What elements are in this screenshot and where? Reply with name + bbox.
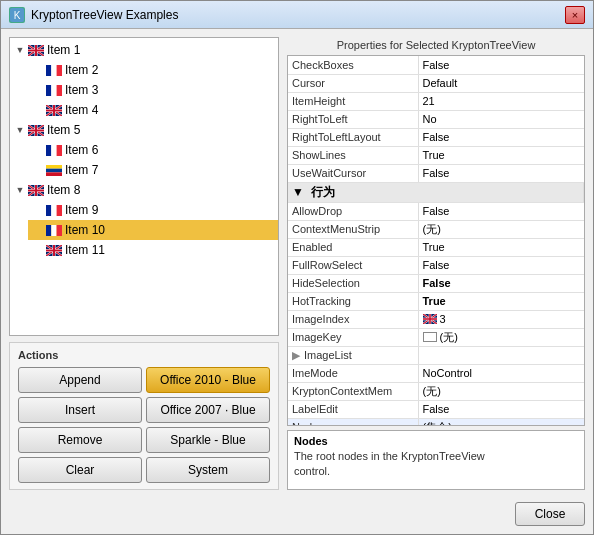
svg-rect-17 (57, 85, 62, 96)
prop-val-nodes: (集合) (418, 418, 584, 426)
prop-name-imemode: ImeMode (288, 364, 418, 382)
prop-row-enabled[interactable]: Enabled True (288, 238, 584, 256)
tree-item-item3[interactable]: Item 3 (28, 80, 278, 100)
svg-rect-14 (57, 65, 62, 76)
prop-name-labeledit: LabelEdit (288, 400, 418, 418)
tree-item-label-item11: Item 11 (65, 243, 105, 257)
svg-rect-55 (51, 225, 56, 236)
tree-item-item8[interactable]: ▼ Item 8 (10, 180, 278, 200)
prop-row-showlines[interactable]: ShowLines True (288, 146, 584, 164)
tree-item-label-item1: Item 1 (47, 43, 80, 57)
prop-name-righttoleftlayout: RightToLeftLayout (288, 128, 418, 146)
svg-rect-53 (57, 205, 62, 216)
prop-row-contextmenustrip[interactable]: ContextMenuStrip (无) (288, 220, 584, 238)
tree-item-label-item5: Item 5 (47, 123, 80, 137)
prop-name-contextmenustrip: ContextMenuStrip (288, 220, 418, 238)
prop-val-showlines: True (418, 146, 584, 164)
expander-item9 (30, 202, 46, 218)
prop-section-xingwei[interactable]: ▼ 行为 (288, 182, 584, 202)
prop-row-cursor[interactable]: Cursor Default (288, 74, 584, 92)
section-collapse-icon: ▼ (292, 185, 304, 199)
svg-rect-15 (46, 85, 51, 96)
tree-view[interactable]: ▼ Item 1 Item 2 (9, 37, 279, 336)
tree-item-item7[interactable]: Item 7 (28, 160, 278, 180)
svg-rect-54 (46, 225, 51, 236)
actions-grid: Append Office 2010 - Blue Insert Office … (18, 367, 270, 483)
append-button[interactable]: Append (18, 367, 142, 393)
prop-val-righttoleft: No (418, 110, 584, 128)
remove-button[interactable]: Remove (18, 427, 142, 453)
prop-val-allowdrop: False (418, 202, 584, 220)
prop-row-hottracking[interactable]: HotTracking True (288, 292, 584, 310)
prop-row-nodes[interactable]: Nodes (集合) (288, 418, 584, 426)
prop-val-righttoleftlayout: False (418, 128, 584, 146)
svg-rect-74 (423, 318, 437, 320)
prop-row-imagelist[interactable]: ▶ImageList (288, 346, 584, 364)
sparkleblue-button[interactable]: Sparkle - Blue (146, 427, 270, 453)
tree-item-item2[interactable]: Item 2 (28, 60, 278, 80)
prop-val-enabled: True (418, 238, 584, 256)
prop-row-itemheight[interactable]: ItemHeight 21 (288, 92, 584, 110)
properties-table-container[interactable]: CheckBoxes False Cursor Default ItemHeig… (287, 55, 585, 426)
prop-val-imagekey: (无) (418, 328, 584, 346)
clear-button[interactable]: Clear (18, 457, 142, 483)
prop-val-fullrowselect: False (418, 256, 584, 274)
expander-item1[interactable]: ▼ (12, 42, 28, 58)
tree-item-item4[interactable]: Item 4 (28, 100, 278, 120)
tree-item-label-item7: Item 7 (65, 163, 98, 177)
prop-name-itemheight: ItemHeight (288, 92, 418, 110)
prop-row-hideselection[interactable]: HideSelection False (288, 274, 584, 292)
prop-val-checkboxes: False (418, 56, 584, 74)
prop-name-fullrowselect: FullRowSelect (288, 256, 418, 274)
section-label-xingwei: 行为 (311, 185, 335, 199)
prop-val-hottracking: True (418, 292, 584, 310)
window-close-button[interactable]: × (565, 6, 585, 24)
prop-row-righttoleft[interactable]: RightToLeft No (288, 110, 584, 128)
tree-item-label-item6: Item 6 (65, 143, 98, 157)
prop-name-checkboxes: CheckBoxes (288, 56, 418, 74)
tree-item-item11[interactable]: Item 11 (28, 240, 278, 260)
prop-name-hottracking: HotTracking (288, 292, 418, 310)
tree-item-item9[interactable]: Item 9 (28, 200, 278, 220)
office2007blue-button[interactable]: Office 2007 · Blue (146, 397, 270, 423)
expander-item5[interactable]: ▼ (12, 122, 28, 138)
tree-item-item5[interactable]: ▼ Item 5 (10, 120, 278, 140)
system-button[interactable]: System (146, 457, 270, 483)
prop-row-usewaitcursor[interactable]: UseWaitCursor False (288, 164, 584, 182)
tree-item-label-item2: Item 2 (65, 63, 98, 77)
prop-row-righttoleftlayout[interactable]: RightToLeftLayout False (288, 128, 584, 146)
prop-val-imageindex: 3 (418, 310, 584, 328)
expander-item7 (30, 162, 46, 178)
prop-row-imageindex[interactable]: ImageIndex 3 (288, 310, 584, 328)
tree-item-item1[interactable]: ▼ Item 1 (10, 40, 278, 60)
expander-item6 (30, 142, 46, 158)
prop-val-labeledit: False (418, 400, 584, 418)
properties-header: Properties for Selected KryptonTreeView (287, 37, 585, 55)
prop-val-cursor: Default (418, 74, 584, 92)
tree-item-item10[interactable]: Item 10 (28, 220, 278, 240)
prop-name-usewaitcursor: UseWaitCursor (288, 164, 418, 182)
prop-row-imagekey[interactable]: ImageKey (无) (288, 328, 584, 346)
svg-rect-11 (28, 49, 44, 51)
prop-name-allowdrop: AllowDrop (288, 202, 418, 220)
prop-row-imemode[interactable]: ImeMode NoControl (288, 364, 584, 382)
prop-val-contextmenustrip: (无) (418, 220, 584, 238)
insert-button[interactable]: Insert (18, 397, 142, 423)
prop-row-fullrowselect[interactable]: FullRowSelect False (288, 256, 584, 274)
prop-val-kryptoncontextmenu: (无) (418, 382, 584, 400)
prop-row-allowdrop[interactable]: AllowDrop False (288, 202, 584, 220)
office2010blue-button[interactable]: Office 2010 - Blue (146, 367, 270, 393)
tree-item-label-item8: Item 8 (47, 183, 80, 197)
prop-row-kryptoncontextmenu[interactable]: KryptonContextMem (无) (288, 382, 584, 400)
tree-item-item6[interactable]: Item 6 (28, 140, 278, 160)
actions-section: Actions Append Office 2010 - Blue Insert… (9, 342, 279, 490)
close-dialog-button[interactable]: Close (515, 502, 585, 526)
tree-item-label-item10: Item 10 (65, 223, 105, 237)
prop-val-hideselection: False (418, 274, 584, 292)
expander-item8[interactable]: ▼ (12, 182, 28, 198)
prop-row-checkboxes[interactable]: CheckBoxes False (288, 56, 584, 74)
prop-row-labeledit[interactable]: LabelEdit False (288, 400, 584, 418)
prop-name-cursor: Cursor (288, 74, 418, 92)
actions-title: Actions (18, 349, 270, 361)
svg-rect-35 (28, 129, 44, 131)
